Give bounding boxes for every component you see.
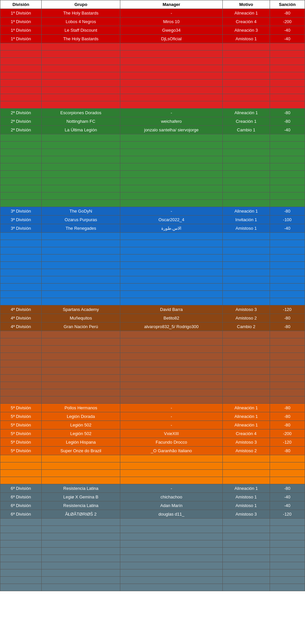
empty-cell [42,338,120,346]
empty-cell [42,200,120,207]
empty-cell [270,43,305,51]
table-cell: Alineación 1 [223,404,270,412]
table-cell: - [120,9,223,17]
empty-cell [223,353,270,360]
empty-cell [120,353,223,360]
empty-cell [42,192,120,200]
empty-cell [120,569,223,577]
empty-cell [42,51,120,58]
empty-cell [0,269,42,276]
empty-cell [223,185,270,192]
empty-cell [120,269,223,276]
empty-row [0,396,305,404]
empty-cell [0,58,42,65]
empty-cell [270,156,305,163]
empty-cell [42,87,120,94]
empty-row [0,526,305,533]
table-cell: 1ª División [0,26,42,35]
empty-row [0,171,305,178]
empty-cell [0,149,42,156]
table-cell: Alineación 1 [223,9,270,17]
empty-cell [223,396,270,404]
table-cell: 2ª División [0,126,42,134]
empty-row [0,276,305,284]
table-cell: - [120,404,223,412]
empty-row [0,367,305,375]
empty-cell [0,72,42,80]
empty-cell [120,331,223,338]
table-cell: Gran Nación Perú [42,322,120,331]
empty-cell [270,477,305,484]
empty-cell [42,526,120,533]
table-cell: Le Staff Discount [42,26,120,35]
table-cell: Legión 502 [42,429,120,438]
table-cell: 6ª División [0,484,42,493]
table-cell: 2ª División [0,117,42,126]
empty-cell [270,533,305,540]
empty-cell [270,247,305,254]
empty-cell [270,540,305,548]
table-cell: 5ª División [0,421,42,429]
empty-cell [120,338,223,346]
table-cell: Legión Dorada [42,412,120,421]
empty-row [0,43,305,51]
empty-cell [0,462,42,470]
table-cell: chichachoo [120,493,223,501]
table-cell: -80 [270,421,305,429]
empty-cell [42,72,120,80]
empty-cell [42,94,120,101]
empty-cell [223,533,270,540]
empty-cell [120,87,223,94]
empty-row [0,375,305,382]
empty-row [0,562,305,569]
empty-cell [223,555,270,562]
empty-row [0,94,305,101]
table-cell: DjLsOficial [120,35,223,43]
table-cell: Super Onze do Brazil [42,447,120,455]
empty-cell [270,331,305,338]
table-cell: Alineación 1 [223,109,270,117]
empty-cell [223,87,270,94]
empty-cell [42,298,120,305]
table-row: 6ª DivisiónResistencia LatinaAdan MarínA… [0,501,305,510]
column-header: Grupo [42,0,120,9]
table-row: 6ª DivisiónÃŁØÃTØRIØŠ 2douglas d11_Amist… [0,510,305,519]
table-row: 5ª DivisiónPollos Hermanos-Alineación 1-… [0,404,305,412]
empty-cell [223,240,270,247]
empty-cell [223,171,270,178]
empty-cell [42,149,120,156]
table-row: 4ª DivisiónGran Nación Perúalvaropro832_… [0,322,305,331]
empty-cell [270,178,305,185]
table-row: 2ª DivisiónLa Última Legiónjonzalo sante… [0,126,305,134]
table-row: 2ª DivisiónNottingham FCweichaferoCreaci… [0,117,305,126]
empty-cell [270,555,305,562]
empty-cell [120,367,223,375]
table-cell: 1ª División [0,35,42,43]
table-row: 5ª DivisiónLegión Dorada-Alineación 1-80 [0,412,305,421]
table-cell: -80 [270,322,305,331]
empty-cell [42,185,120,192]
empty-cell [42,367,120,375]
empty-cell [0,584,42,591]
empty-cell [42,584,120,591]
empty-cell [0,382,42,389]
empty-cell [120,262,223,269]
empty-cell [42,240,120,247]
table-cell: Miros 10 [120,17,223,26]
empty-cell [42,562,120,569]
table-cell: Alineación 1 [223,412,270,421]
empty-cell [270,548,305,555]
empty-cell [120,519,223,526]
empty-cell [42,247,120,254]
empty-cell [120,51,223,58]
empty-cell [270,526,305,533]
table-cell: Resistencia Latina [42,484,120,493]
empty-cell [270,171,305,178]
empty-row [0,519,305,526]
empty-cell [0,142,42,149]
empty-cell [270,519,305,526]
empty-row [0,577,305,584]
empty-cell [0,178,42,185]
empty-cell [270,149,305,156]
empty-row [0,134,305,142]
